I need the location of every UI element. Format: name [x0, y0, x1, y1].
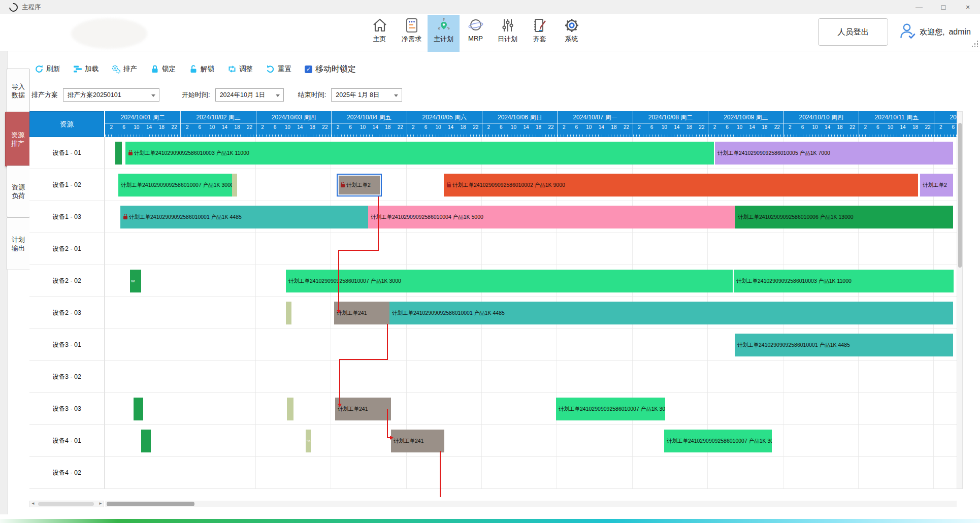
- gantt-bar[interactable]: 计划工单24102909092586010005 产品1K 7000: [715, 142, 953, 165]
- hour-label: 6: [952, 124, 955, 130]
- lock-icon: [150, 64, 159, 74]
- lock-icon: [447, 184, 451, 187]
- side-tab-label-line: 排产: [11, 139, 24, 148]
- gantt-bar[interactable]: [141, 430, 151, 452]
- nav-item-label: 系统: [565, 35, 578, 44]
- gantt-bar[interactable]: 计划工单24102909092586010007 产品1K 3000: [286, 270, 733, 292]
- hour-label: 6: [274, 124, 277, 130]
- kitting-icon: [532, 17, 548, 34]
- scroll-left-icon[interactable]: ◄: [31, 501, 35, 506]
- hour-label: 2: [864, 124, 867, 130]
- horizontal-scrollbar-thumb[interactable]: [107, 502, 194, 506]
- gantt-bar-label: 计划工单241: [394, 438, 424, 444]
- toolbar-button-label: 加载: [85, 64, 99, 74]
- gantt-bar[interactable]: 计划工单24102909092586010004 产品1K 5000: [368, 206, 735, 228]
- day-header-cell: 2024/10/10 周四2610141822: [783, 111, 859, 137]
- gantt-bar[interactable]: 计划工单2: [920, 174, 953, 197]
- gantt-bar[interactable]: 计划工单241: [391, 430, 444, 452]
- vertical-scrollbar-thumb[interactable]: [958, 123, 962, 268]
- plan-select[interactable]: 排产方案20250101: [63, 88, 159, 102]
- gantt-row: 计划工单24102909092586010007 产品1K 3000计划工单2计…: [105, 169, 957, 201]
- start-time-label: 开始时间:: [182, 90, 210, 100]
- end-date-select[interactable]: 2025年 1月 8日: [331, 88, 402, 102]
- gantt-bar-label: 计划工单24102909092586010003 产品1K 11000: [736, 278, 852, 284]
- logout-button[interactable]: 人员登出: [818, 18, 888, 46]
- mrp-icon: [468, 17, 484, 34]
- side-tab-计划输出[interactable]: 计划输出: [7, 217, 30, 270]
- system-icon: [564, 17, 580, 34]
- gantt-bar[interactable]: [134, 398, 143, 420]
- hour-ruler: 2610141822: [558, 124, 632, 137]
- gantt-bar[interactable]: 计划工单24102909092586010003 产品1K 11000: [734, 270, 954, 292]
- horizontal-scrollbar[interactable]: [105, 501, 957, 507]
- hour-ticks: [633, 135, 708, 137]
- nav-item-日计划[interactable]: 日计划: [492, 15, 524, 52]
- nav-item-净需求[interactable]: 净需求: [396, 15, 428, 52]
- gantt-bar[interactable]: 计划工单24102909092586010007 产品1K 3000: [664, 430, 772, 452]
- hour-label: 2: [337, 124, 340, 130]
- gantt-bar[interactable]: [286, 302, 291, 324]
- gantt-bar[interactable]: 计划工单24102909092586010002 产品1K 9000: [444, 174, 918, 197]
- hour-label: 18: [385, 124, 390, 130]
- toolbar-lock-button[interactable]: 锁定: [150, 64, 176, 74]
- toolbar-adjust-button[interactable]: 调整: [227, 64, 253, 74]
- gantt-lanes: 计划工单24102909092586010003 产品1K 11000计划工单2…: [105, 137, 957, 489]
- gantt-bar[interactable]: [232, 174, 237, 197]
- gantt-bar[interactable]: %: [306, 430, 311, 452]
- start-date-select[interactable]: 2024年10月 1日: [215, 88, 284, 102]
- nav-item-MRP[interactable]: MRP: [460, 15, 492, 52]
- hour-ruler: 2610141822: [934, 124, 957, 137]
- day-header-cell: 2024/10/04 周五2610141822: [331, 111, 406, 137]
- plan-label: 排产方案: [31, 90, 58, 100]
- gantt-bar[interactable]: 计划工单2: [337, 174, 382, 197]
- hour-label: 14: [674, 124, 679, 130]
- minimize-button[interactable]: —: [907, 0, 931, 14]
- move-lock-checkbox[interactable]: ✓: [305, 66, 312, 73]
- gantt-bar[interactable]: 计划工单24102909092586010003 产品1K 11000: [125, 142, 714, 165]
- gantt-bar[interactable]: [115, 142, 122, 165]
- gantt-bar[interactable]: 计划工单241: [335, 398, 391, 420]
- gantt-bar[interactable]: 计划工单24102909092586010007 产品1K 3000: [556, 398, 665, 420]
- vertical-scrollbar[interactable]: [957, 111, 963, 489]
- side-tab-资源排产[interactable]: 资源排产: [5, 112, 30, 167]
- resize-grip[interactable]: [972, 46, 973, 47]
- toolbar-refresh-button[interactable]: 刷新: [35, 64, 60, 74]
- gantt-bar[interactable]: 计划工单24102909092586010007 产品1K 3000: [118, 174, 232, 197]
- gantt-bar[interactable]: 计划工单24102909092586010001 产品1K 4485: [389, 302, 953, 324]
- scroll-right-icon[interactable]: ►: [99, 501, 103, 506]
- gantt-bar[interactable]: 计划工单24102909092586010001 产品1K 4485: [735, 334, 953, 356]
- gantt-bar[interactable]: 计划工单24102909092586010006 产品1K 13000: [735, 206, 953, 228]
- gantt-bar[interactable]: W: [130, 270, 141, 292]
- hour-label: 14: [373, 124, 378, 130]
- toolbar-unlock-button[interactable]: 解锁: [189, 64, 214, 74]
- hour-label: 18: [687, 124, 692, 130]
- toolbar-load-button[interactable]: 加载: [73, 64, 99, 74]
- hour-ticks: [784, 135, 859, 137]
- hour-ruler: 2610141822: [181, 124, 255, 137]
- nav-item-主计划[interactable]: 主计划: [428, 15, 460, 52]
- hour-label: 6: [198, 124, 201, 130]
- toolbar-reset-button[interactable]: 重置: [266, 64, 291, 74]
- gantt-bar[interactable]: [287, 398, 293, 420]
- net-demand-icon: [404, 17, 420, 34]
- side-tab-资源负荷[interactable]: 资源负荷: [7, 166, 30, 217]
- nav-item-主页[interactable]: 主页: [364, 15, 396, 52]
- day-header-cell: 2024/10/07 周一2610141822: [557, 111, 632, 137]
- gantt-bar[interactable]: 计划工单24102909092586010001 产品1K 4485: [120, 206, 368, 228]
- nav-item-齐套[interactable]: 齐套: [524, 15, 556, 52]
- nav-item-系统[interactable]: 系统: [556, 15, 587, 52]
- gantt-bar[interactable]: 计划工单241: [334, 302, 389, 324]
- close-button[interactable]: ×: [956, 0, 980, 14]
- side-tab-导入数据[interactable]: 导入数据: [7, 69, 30, 113]
- day-date-label: 2024/10/05 周六: [407, 111, 482, 124]
- hour-label: 18: [310, 124, 315, 130]
- toolbar-schedule-button[interactable]: 排产: [112, 64, 137, 74]
- hour-ruler: 2610141822: [784, 124, 859, 137]
- maximize-button[interactable]: □: [931, 0, 956, 14]
- side-tab-label-line: 计划: [12, 235, 25, 244]
- resource-column: 设备1 - 01设备1 - 02设备1 - 03设备2 - 01设备2 - 02…: [29, 137, 105, 489]
- hour-label: 6: [349, 124, 352, 130]
- hour-ruler: 2610141822: [708, 124, 783, 137]
- resource-scrollbar[interactable]: ◄ ►: [29, 501, 104, 507]
- resource-scrollbar-thumb[interactable]: [38, 502, 94, 506]
